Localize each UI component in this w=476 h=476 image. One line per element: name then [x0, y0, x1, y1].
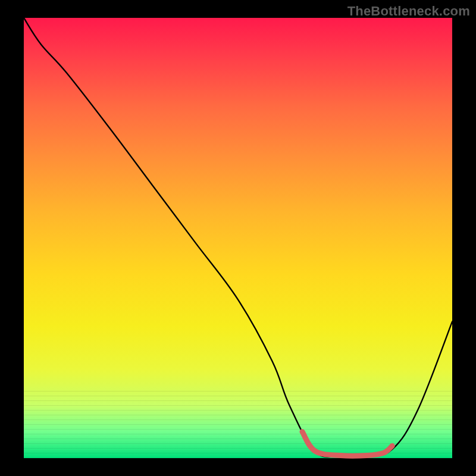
curve-layer — [24, 18, 452, 458]
plot-area — [24, 18, 452, 458]
chart-container: TheBottleneck.com — [0, 0, 476, 476]
optimal-range-highlight — [302, 432, 392, 456]
attribution-label: TheBottleneck.com — [347, 4, 470, 19]
bottleneck-curve — [24, 18, 452, 457]
